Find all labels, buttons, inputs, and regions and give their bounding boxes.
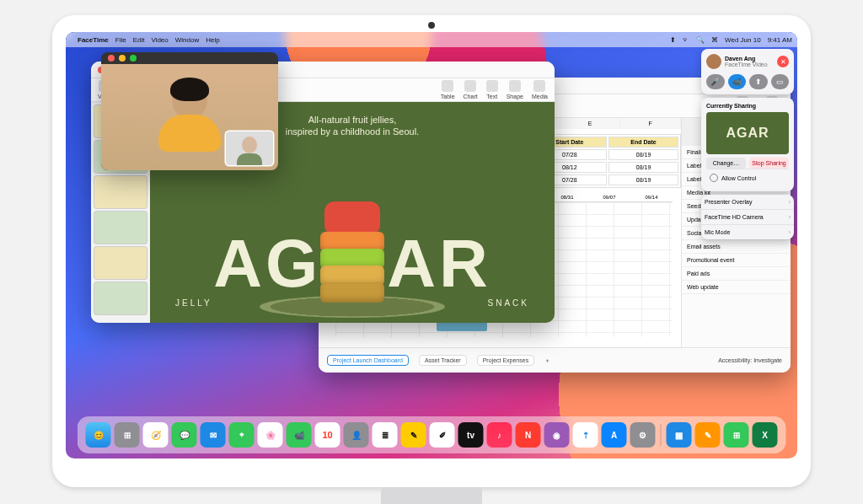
sidebar-toggle-button[interactable]: ▭: [771, 74, 790, 89]
contact-name: Daven Ang: [725, 56, 768, 62]
jelly-stack-graphic: [320, 201, 384, 303]
dock-reminders-icon[interactable]: ≣: [373, 422, 398, 448]
menu-edit[interactable]: Edit: [133, 36, 145, 44]
call-type-label: FaceTime Video: [725, 62, 768, 67]
dock-maps-icon[interactable]: ⌖: [229, 422, 255, 448]
status-share-icon[interactable]: ⬆︎: [670, 36, 676, 44]
menu-help[interactable]: Help: [206, 36, 219, 44]
presenter-overlay-row[interactable]: Presenter Overlay›: [701, 195, 794, 209]
dock-tv-icon[interactable]: tv: [458, 422, 484, 448]
toolbar-chart-icon[interactable]: [464, 80, 476, 92]
video-button[interactable]: 📹: [728, 74, 747, 89]
screenshare-button[interactable]: ⬆︎: [749, 74, 768, 89]
task-row[interactable]: Web update: [682, 281, 791, 294]
stop-share-button[interactable]: Stop Sharing: [749, 158, 789, 169]
remote-person-graphic: [156, 79, 223, 155]
imac-stand-neck: [381, 487, 482, 504]
camera-dot: [428, 22, 435, 29]
menu-video[interactable]: Video: [151, 36, 168, 44]
jelly-x-icon: [324, 201, 380, 235]
chevron-right-icon: ›: [789, 214, 791, 220]
slide-thumbnail[interactable]: [94, 176, 147, 208]
panel-contact-card: Daven Ang FaceTime Video ✕ 🎤 📹 ⬆︎ ▭: [701, 49, 794, 94]
slide-thumbnail[interactable]: [94, 247, 147, 279]
dock-numbers-icon[interactable]: ⊞: [724, 422, 749, 448]
contact-avatar[interactable]: [706, 54, 721, 69]
sharing-label: Currently Sharing: [706, 103, 789, 109]
minimize-icon[interactable]: [119, 55, 126, 62]
gear-icon: [710, 174, 718, 182]
dock-separator: [661, 424, 662, 446]
allow-control-toggle[interactable]: Allow Control: [706, 169, 789, 186]
slide-thumbnail[interactable]: [94, 282, 147, 314]
sharing-preview[interactable]: AGAR: [706, 112, 789, 154]
dock-stocks-icon[interactable]: ⇡: [573, 422, 598, 448]
slide-subtitle-right: SNACK: [488, 298, 529, 308]
menu-window[interactable]: Window: [175, 36, 199, 44]
imac-frame: FaceTime File Edit Video Window Help ⬆︎ …: [52, 15, 811, 487]
menubar-date[interactable]: Wed Jun 10: [725, 36, 761, 44]
sheet-tab[interactable]: Project Launch Dashboard: [327, 355, 409, 366]
panel-options-card: Presenter Overlay› FaceTime HD Camera› M…: [701, 195, 794, 239]
facetime-self-preview[interactable]: [226, 131, 273, 165]
toolbar-text-icon[interactable]: [486, 80, 498, 92]
dock-facetime-icon[interactable]: 📹: [287, 422, 312, 448]
dock-finder-icon[interactable]: 😊: [86, 422, 111, 448]
dock-news-icon[interactable]: N: [516, 422, 541, 448]
camera-select-row[interactable]: FaceTime HD Camera›: [701, 209, 794, 224]
zoom-icon[interactable]: [130, 55, 137, 62]
chevron-right-icon: ›: [789, 229, 791, 235]
dock-podcasts-icon[interactable]: ◉: [544, 422, 570, 448]
status-wifi-icon[interactable]: ᯤ: [683, 36, 689, 44]
status-control-icon[interactable]: ⌘: [711, 36, 718, 44]
task-row[interactable]: Promotional event: [682, 254, 791, 267]
menubar-time[interactable]: 9:41 AM: [768, 36, 792, 44]
dock-freeform-icon[interactable]: ✐: [430, 422, 455, 448]
toolbar-shape-icon[interactable]: [509, 80, 521, 92]
dock-mail-icon[interactable]: ✉︎: [201, 422, 226, 448]
panel-sharing-card: Currently Sharing AGAR Change… Stop Shar…: [701, 98, 794, 191]
hangup-button[interactable]: ✕: [777, 56, 789, 67]
facetime-window[interactable]: [101, 52, 278, 170]
menu-file[interactable]: File: [115, 36, 126, 44]
imac-screen: FaceTime File Edit Video Window Help ⬆︎ …: [52, 15, 811, 487]
facetime-controls-panel: Daven Ang FaceTime Video ✕ 🎤 📹 ⬆︎ ▭ Curr…: [701, 49, 794, 243]
dock-excel-icon[interactable]: X: [753, 422, 778, 448]
dock: 😊 ⊞ 🧭 💬 ✉︎ ⌖ 🌸 📹 10 👤 ≣ ✎ ✐ tv ♪ N ◉ ⇡ A…: [78, 416, 786, 453]
task-row[interactable]: Paid ads: [682, 267, 791, 281]
dock-pages-icon[interactable]: ✎: [695, 422, 721, 448]
add-sheet-button[interactable]: ＋: [544, 357, 550, 365]
status-search-icon[interactable]: 🔍: [696, 36, 705, 44]
mute-button[interactable]: 🎤: [706, 74, 725, 89]
dock-messages-icon[interactable]: 💬: [172, 422, 197, 448]
mic-mode-row[interactable]: Mic Mode›: [701, 224, 794, 239]
dock-calendar-icon[interactable]: 10: [315, 422, 340, 448]
dock-keynote-icon[interactable]: ▦: [667, 422, 692, 448]
menu-bar: FaceTime File Edit Video Window Help ⬆︎ …: [66, 32, 797, 47]
toolbar-table-icon[interactable]: [442, 80, 453, 92]
dock-appstore-icon[interactable]: A: [602, 422, 627, 448]
dock-music-icon[interactable]: ♪: [487, 422, 512, 448]
dock-notes-icon[interactable]: ✎: [401, 422, 426, 448]
sheet-tab[interactable]: Asset Tracker: [419, 355, 467, 366]
toolbar-media-icon[interactable]: [533, 80, 545, 92]
dock-photos-icon[interactable]: 🌸: [258, 422, 283, 448]
dock-launchpad-icon[interactable]: ⊞: [115, 422, 140, 448]
sheet-tab[interactable]: Project Expenses: [477, 355, 534, 366]
change-share-button[interactable]: Change…: [706, 158, 746, 169]
numbers-footer: Project Launch Dashboard Asset Tracker P…: [319, 347, 791, 373]
chevron-right-icon: ›: [789, 199, 791, 205]
accessibility-status[interactable]: Accessibility: Investigate: [718, 357, 782, 363]
dock-safari-icon[interactable]: 🧭: [143, 422, 169, 448]
dock-contacts-icon[interactable]: 👤: [344, 422, 369, 448]
slide-subtitle-left: JELLY: [175, 298, 212, 308]
dock-settings-icon[interactable]: ⚙︎: [630, 422, 656, 448]
active-app-name[interactable]: FaceTime: [78, 36, 109, 44]
desktop: FaceTime File Edit Video Window Help ⬆︎ …: [66, 32, 797, 458]
close-icon[interactable]: [108, 55, 115, 62]
slide-thumbnail[interactable]: [94, 212, 147, 244]
